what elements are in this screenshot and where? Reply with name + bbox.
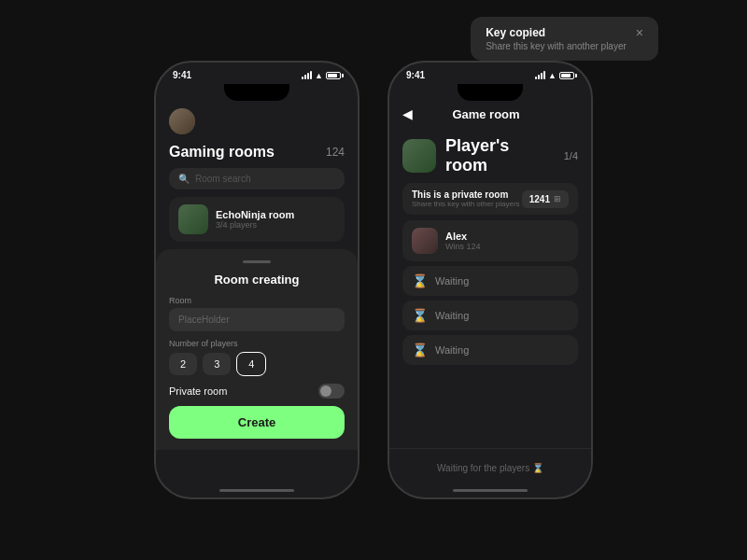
game-room-title: Game room xyxy=(452,107,519,121)
private-room-toggle[interactable] xyxy=(318,384,345,399)
drawer-handle xyxy=(243,260,271,263)
room-name-group: Room PlaceHolder xyxy=(169,296,345,331)
screen-left: Gaming rooms 124 🔍 Room search EchoNinja… xyxy=(156,101,358,484)
signal-icon-right xyxy=(535,71,545,79)
search-icon: 🔍 xyxy=(178,174,190,184)
toast-content: Key copied Share this key with another p… xyxy=(486,26,627,51)
players-count-group: Number of players 2 3 4 xyxy=(169,339,345,376)
key-badge[interactable]: 1241 ⊞ xyxy=(522,190,569,208)
back-button[interactable]: ◀ xyxy=(402,106,413,121)
time-right: 9:41 xyxy=(406,70,425,80)
player-fraction: 1/4 xyxy=(564,150,578,161)
status-icons-right: ▲ xyxy=(535,71,574,80)
key-number: 1241 xyxy=(529,194,550,204)
room-list-item[interactable]: EchoNinja room 3/4 players xyxy=(169,197,345,242)
toast-subtitle: Share this key with another player xyxy=(486,41,627,51)
avatar-image xyxy=(169,108,195,134)
room-big-name: Player's room xyxy=(445,136,555,175)
room-avatar xyxy=(178,204,208,234)
private-info-text: This is a private room Share this key wi… xyxy=(412,189,520,208)
player-alex-avatar xyxy=(412,228,438,254)
drawer-title: Room creating xyxy=(169,273,345,287)
home-indicator-right xyxy=(453,489,528,492)
players-label: Number of players xyxy=(169,339,345,348)
battery-icon-right xyxy=(559,72,574,79)
room-input[interactable]: PlaceHolder xyxy=(169,308,345,331)
gaming-rooms-title-row: Gaming rooms 124 xyxy=(156,138,358,168)
phone1-header xyxy=(156,101,358,138)
player-count-4[interactable]: 4 xyxy=(236,352,266,376)
bottom-bar: Waiting for the players ⌛ xyxy=(389,448,591,484)
toast-notification: Key copied Share this key with another p… xyxy=(471,17,658,61)
private-room-row: Private room xyxy=(169,384,345,399)
waiting-row-1: ⌛ Waiting xyxy=(402,266,578,296)
waiting-text-1: Waiting xyxy=(435,275,469,287)
wifi-icon: ▲ xyxy=(315,71,323,80)
private-room-subtitle: Share this key with other players xyxy=(412,200,520,208)
signal-icon xyxy=(302,71,312,79)
screen-right: ◀ Game room Player's room 1/4 This is a … xyxy=(389,101,591,484)
status-bar-left: 9:41 ▲ xyxy=(156,63,358,84)
room-label: Room xyxy=(169,296,345,305)
scene: Key copied Share this key with another p… xyxy=(0,0,747,560)
player-row-alex: Alex Wins 124 xyxy=(402,220,578,261)
hourglass-icon-3: ⌛ xyxy=(412,343,428,357)
copy-icon: ⊞ xyxy=(554,194,561,203)
hourglass-icon-2: ⌛ xyxy=(412,308,428,323)
player-alex-wins: Wins 124 xyxy=(445,242,481,251)
wifi-icon-right: ▲ xyxy=(548,71,557,80)
search-placeholder: Room search xyxy=(195,174,250,184)
room-players: 3/4 players xyxy=(216,220,294,230)
waiting-row-2: ⌛ Waiting xyxy=(402,301,578,330)
phone1-content: Gaming rooms 124 🔍 Room search EchoNinja… xyxy=(156,101,358,484)
home-indicator-left xyxy=(219,489,294,492)
private-room-label: Private room xyxy=(169,385,227,397)
status-icons-left: ▲ xyxy=(302,71,341,80)
room-info: EchoNinja room 3/4 players xyxy=(216,209,294,230)
status-bar-right: 9:41 ▲ xyxy=(389,63,591,84)
room-name: EchoNinja room xyxy=(216,209,294,220)
private-info-bar: This is a private room Share this key wi… xyxy=(402,183,578,215)
create-room-button[interactable]: Create xyxy=(169,406,345,439)
waiting-row-3: ⌛ Waiting xyxy=(402,335,578,365)
room-creating-drawer: Room creating Room PlaceHolder Number of… xyxy=(156,249,358,450)
player-count-3[interactable]: 3 xyxy=(203,353,231,375)
phone-left: 9:41 ▲ Gaming rooms xyxy=(154,61,359,499)
notch-left xyxy=(224,84,289,101)
room-count-badge: 124 xyxy=(326,146,345,159)
search-bar[interactable]: 🔍 Room search xyxy=(169,168,345,189)
user-avatar[interactable] xyxy=(169,108,195,134)
room-title-section: Player's room 1/4 xyxy=(389,129,591,183)
waiting-text-3: Waiting xyxy=(435,344,469,356)
notch-right xyxy=(458,84,523,101)
player-count-2[interactable]: 2 xyxy=(169,353,197,375)
player-count-row: 2 3 4 xyxy=(169,352,345,376)
toast-title: Key copied xyxy=(486,26,627,39)
hourglass-icon-1: ⌛ xyxy=(412,273,428,288)
time-left: 9:41 xyxy=(173,70,191,80)
waiting-text-2: Waiting xyxy=(435,310,469,321)
player-alex-info: Alex Wins 124 xyxy=(445,231,481,251)
game-room-header: ◀ Game room xyxy=(389,101,591,129)
waiting-players-text: Waiting for the players ⌛ xyxy=(437,463,543,473)
phone-right: 9:41 ▲ ◀ Game room Player's xyxy=(388,61,593,499)
battery-icon xyxy=(326,72,341,79)
gaming-rooms-title: Gaming rooms xyxy=(169,144,275,161)
private-room-title: This is a private room xyxy=(412,189,520,200)
room-big-avatar xyxy=(402,139,436,173)
player-alex-name: Alex xyxy=(445,231,481,242)
toast-close-button[interactable]: × xyxy=(636,26,643,39)
